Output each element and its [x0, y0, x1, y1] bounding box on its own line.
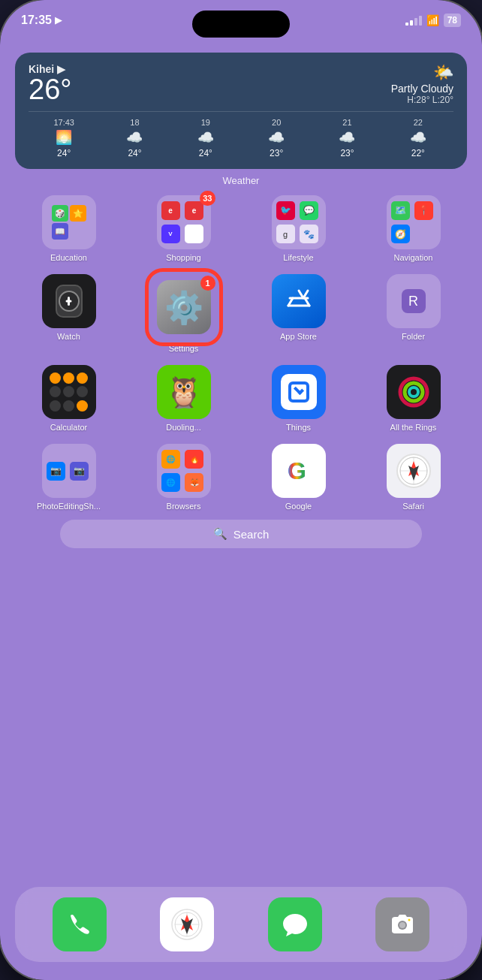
folder-label: Folder: [402, 332, 425, 341]
watch-label: Watch: [57, 332, 80, 341]
app-education[interactable]: 🎲 ⭐ 📖 Education: [15, 195, 122, 262]
appstore-label: App Store: [280, 332, 317, 341]
time-display: 17:35: [21, 14, 52, 27]
folder-icon: R: [387, 274, 441, 328]
dock-safari[interactable]: [160, 897, 214, 951]
dock-phone[interactable]: [53, 897, 107, 951]
forecast-icon-4: ☁️: [312, 129, 382, 146]
app-google[interactable]: G G Google: [245, 444, 352, 511]
forecast-temp-1: 24°: [99, 148, 170, 158]
svg-point-2: [409, 387, 418, 397]
rings-label: All the Rings: [390, 423, 437, 432]
calculator-label: Calculator: [50, 423, 88, 432]
duolingo-label: Duoling...: [166, 423, 200, 432]
forecast-time-1: 18: [99, 118, 170, 127]
dock: [15, 887, 467, 962]
app-calculator[interactable]: Calculator: [15, 365, 122, 432]
low-temp: L:20°: [432, 95, 453, 105]
app-browsers[interactable]: 🌐 🔥 🌐 🦊 Browsers: [130, 444, 237, 511]
status-time: 17:35 ▶: [21, 14, 62, 27]
weather-right: 🌤️ Partly Cloudy H:28° L:20°: [391, 63, 453, 105]
navigation-icon: 🗺️ 📍 🧭: [387, 195, 441, 249]
forecast-item-3: 20 ☁️ 23°: [241, 118, 312, 158]
forecast-temp-0: 24°: [29, 148, 99, 158]
appstore-icon: [272, 274, 326, 328]
app-things[interactable]: Things: [245, 365, 352, 432]
app-photoediting[interactable]: 📷 📷 PhotoEditingSh...: [15, 444, 122, 511]
education-icon: 🎲 ⭐ 📖: [42, 195, 96, 249]
sun-icon: 🌤️: [391, 63, 453, 83]
forecast-time-4: 21: [312, 118, 382, 127]
phone-device: 17:35 ▶ 📶 78: [0, 0, 482, 980]
forecast-item-1: 18 ☁️ 24°: [99, 118, 170, 158]
things-label: Things: [286, 423, 311, 432]
browsers-label: Browsers: [167, 502, 201, 511]
weather-widget-label: Weather: [15, 175, 467, 186]
search-icon: 🔍: [213, 527, 227, 541]
forecast-time-2: 19: [170, 118, 241, 127]
forecast-icon-0: 🌅: [29, 129, 99, 146]
forecast-temp-2: 24°: [170, 148, 241, 158]
forecast-item-2: 19 ☁️ 24°: [170, 118, 241, 158]
duolingo-icon: 🦉: [157, 365, 211, 419]
battery-level: 78: [447, 15, 457, 26]
education-label: Education: [50, 253, 87, 262]
lifestyle-label: Lifestyle: [283, 253, 313, 262]
weather-location: Kihei ▶: [29, 63, 71, 75]
app-lifestyle[interactable]: 🐦 💬 g 🐾 Lifestyle: [245, 195, 352, 262]
app-grid: 🎲 ⭐ 📖 Education e e V 33: [15, 195, 467, 511]
safari-icon: [387, 444, 441, 498]
app-shopping[interactable]: e e V 33 Shopping: [130, 195, 237, 262]
svg-point-1: [405, 383, 423, 401]
weather-left: Kihei ▶ 26°: [29, 63, 71, 104]
shopping-label: Shopping: [166, 253, 201, 262]
app-duolingo[interactable]: 🦉 Duoling...: [130, 365, 237, 432]
settings-icon: ⚙️ 1: [157, 280, 211, 334]
watch-icon: [42, 274, 96, 328]
forecast-time-5: 22: [383, 118, 453, 127]
forecast-temp-5: 22°: [383, 148, 453, 158]
app-watch[interactable]: Watch: [15, 274, 122, 353]
wifi-icon: 📶: [426, 14, 439, 26]
lifestyle-icon: 🐦 💬 g 🐾: [272, 195, 326, 249]
things-icon: [272, 365, 326, 419]
forecast-temp-3: 23°: [241, 148, 312, 158]
signal-bar-2: [410, 20, 413, 26]
app-rings[interactable]: All the Rings: [360, 365, 467, 432]
photoediting-icon: 📷 📷: [42, 444, 96, 498]
google-label: Google: [285, 502, 312, 511]
calculator-icon: [42, 365, 96, 419]
navigation-label: Navigation: [394, 253, 433, 262]
search-label: Search: [233, 528, 270, 541]
app-settings[interactable]: ⚙️ 1 Settings: [130, 274, 237, 353]
forecast-icon-3: ☁️: [241, 129, 312, 146]
svg-text:G: G: [288, 457, 306, 484]
weather-widget[interactable]: Kihei ▶ 26° 🌤️ Partly Cloudy H:28° L:20°: [15, 53, 467, 169]
forecast-time-3: 20: [241, 118, 312, 127]
app-safari[interactable]: Safari: [360, 444, 467, 511]
screen-content: Kihei ▶ 26° 🌤️ Partly Cloudy H:28° L:20°: [0, 45, 482, 980]
forecast-item-5: 22 ☁️ 22°: [383, 118, 453, 158]
app-appstore[interactable]: App Store: [245, 274, 352, 353]
weather-condition: Partly Cloudy: [391, 83, 453, 95]
dock-messages[interactable]: [268, 897, 322, 951]
dock-camera[interactable]: [375, 897, 429, 951]
high-temp: H:28°: [407, 95, 429, 105]
location-icon: ▶: [57, 63, 65, 75]
weather-hilo: H:28° L:20°: [391, 95, 453, 105]
photoediting-label: PhotoEditingSh...: [37, 502, 101, 511]
settings-label: Settings: [169, 344, 199, 353]
signal-bar-1: [405, 23, 408, 26]
app-navigation[interactable]: 🗺️ 📍 🧭 Navigation: [360, 195, 467, 262]
signal-bars: [405, 16, 422, 26]
location-arrow-icon: ▶: [55, 15, 62, 26]
app-folder[interactable]: R Folder: [360, 274, 467, 353]
svg-point-19: [408, 919, 411, 921]
forecast-icon-2: ☁️: [170, 129, 241, 146]
status-right: 📶 78: [405, 14, 461, 27]
google-icon: G G: [272, 444, 326, 498]
forecast-item-4: 21 ☁️ 23°: [312, 118, 382, 158]
search-bar[interactable]: 🔍 Search: [60, 520, 422, 548]
phone-screen: 17:35 ▶ 📶 78: [0, 0, 482, 980]
rings-icon: [387, 365, 441, 419]
